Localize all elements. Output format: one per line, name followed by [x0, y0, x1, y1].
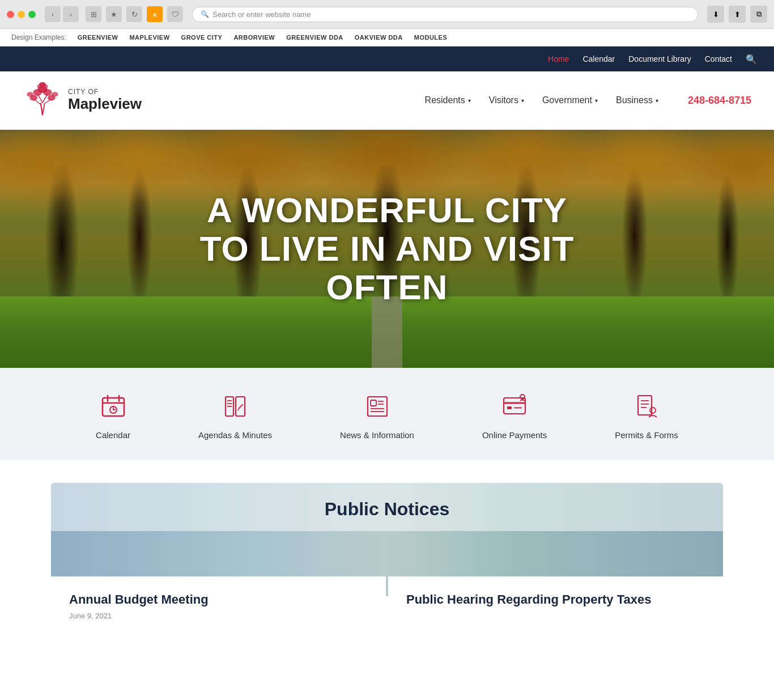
svg-line-23: [238, 408, 239, 410]
design-link-oakview-dda[interactable]: OAKVIEW DDA: [355, 34, 403, 41]
quick-link-permits[interactable]: Permits & Forms: [581, 385, 712, 449]
sidebar-button[interactable]: ⊞: [86, 6, 101, 22]
nav-visitors[interactable]: Visitors ▾: [489, 95, 524, 105]
svg-rect-24: [368, 397, 387, 416]
svg-rect-35: [638, 396, 652, 415]
design-link-greenview-dda[interactable]: GREENVIEW DDA: [286, 34, 343, 41]
minimize-button[interactable]: [18, 11, 25, 18]
public-notice-card-1[interactable]: Public Hearing Regarding Property Taxes: [388, 576, 723, 638]
nav-visitors-chevron: ▾: [521, 97, 524, 104]
nav-business-label: Business: [616, 95, 653, 105]
design-link-arborview[interactable]: ARBORVIEW: [233, 34, 275, 41]
back-button[interactable]: ‹: [45, 6, 61, 22]
nav-residents-chevron: ▾: [468, 97, 471, 104]
refresh-button[interactable]: ↻: [126, 6, 142, 22]
payments-icon: [499, 391, 530, 422]
shield-button[interactable]: 🛡: [167, 6, 183, 22]
logo-icon: [23, 80, 62, 120]
svg-point-6: [52, 92, 58, 96]
design-bar: Design Examples: GREENVIEW MAPLEVIEW GRO…: [0, 29, 774, 46]
quick-link-agendas[interactable]: Agendas & Minutes: [164, 385, 306, 449]
quick-link-payments[interactable]: Online Payments: [448, 385, 581, 449]
design-link-modules[interactable]: MODULES: [414, 34, 448, 41]
bookmark-button[interactable]: ★: [106, 6, 122, 22]
top-nav: Home Calendar Document Library Contact 🔍: [0, 46, 774, 71]
quick-link-news[interactable]: News & Information: [306, 385, 448, 449]
nav-residents[interactable]: Residents ▾: [425, 95, 471, 105]
news-icon: [362, 391, 393, 422]
nav-residents-label: Residents: [425, 95, 465, 105]
nav-business-chevron: ▾: [656, 97, 658, 104]
top-nav-home[interactable]: Home: [548, 54, 569, 63]
design-link-mapleview[interactable]: MAPLEVIEW: [129, 34, 169, 41]
hero-text: A WONDERFUL CITY TO LIVE IN AND VISIT OF…: [194, 191, 581, 307]
share-button[interactable]: ⬆: [729, 6, 746, 23]
address-bar[interactable]: 🔍 Search or enter website name: [192, 7, 698, 22]
svg-point-5: [27, 92, 33, 96]
public-notices-title: Public Notices: [62, 499, 712, 520]
svg-point-9: [40, 83, 46, 87]
quick-link-calendar[interactable]: Calendar: [62, 385, 164, 449]
nav-visitors-label: Visitors: [489, 95, 518, 105]
quick-link-agendas-label: Agendas & Minutes: [198, 430, 272, 440]
logo-text: CITY OF Mapleview: [68, 88, 142, 112]
quick-links-section: Calendar Agendas & Minutes: [0, 368, 774, 460]
amazon-button[interactable]: a: [147, 6, 163, 22]
public-notices-section: Public Notices Annual Budget Meeting Jun…: [0, 483, 774, 664]
top-nav-contact[interactable]: Contact: [705, 54, 732, 63]
svg-point-39: [650, 408, 656, 413]
public-notice-date-0: June 9, 2021: [69, 612, 368, 620]
public-notice-card-0[interactable]: Annual Budget Meeting June 9, 2021: [51, 576, 386, 638]
top-nav-document-library[interactable]: Document Library: [628, 54, 691, 63]
nav-government-label: Government: [542, 95, 592, 105]
main-header: CITY OF Mapleview Residents ▾ Visitors ▾…: [0, 71, 774, 130]
search-icon-top[interactable]: 🔍: [746, 54, 757, 65]
windows-button[interactable]: ⧉: [750, 6, 767, 23]
svg-rect-32: [507, 406, 512, 409]
design-link-greenview[interactable]: GREENVIEW: [78, 34, 118, 41]
permits-icon: [631, 391, 662, 422]
quick-link-news-label: News & Information: [340, 430, 414, 440]
browser-chrome: ‹ › ⊞ ★ ↻ a 🛡 🔍 Search or enter website …: [0, 0, 774, 29]
public-notices-cards: Annual Budget Meeting June 9, 2021 Publi…: [51, 576, 723, 638]
logo-name-label: Mapleview: [68, 96, 142, 112]
quick-link-payments-label: Online Payments: [482, 430, 547, 440]
forward-button[interactable]: ›: [63, 6, 79, 22]
public-notice-title-1: Public Hearing Regarding Property Taxes: [406, 592, 705, 607]
svg-rect-25: [371, 400, 376, 406]
nav-buttons: ‹ ›: [45, 6, 79, 22]
nav-government[interactable]: Government ▾: [542, 95, 598, 105]
public-notice-title-0: Annual Budget Meeting: [69, 592, 368, 607]
logo[interactable]: CITY OF Mapleview: [23, 80, 142, 120]
public-notices-content: Public Notices Annual Budget Meeting Jun…: [51, 483, 723, 638]
top-nav-calendar[interactable]: Calendar: [582, 54, 615, 63]
traffic-lights: [7, 11, 36, 18]
svg-line-22: [239, 405, 243, 408]
download-button[interactable]: ⬇: [707, 6, 724, 23]
search-icon: 🔍: [201, 10, 209, 18]
nav-government-chevron: ▾: [595, 97, 598, 104]
quick-link-calendar-label: Calendar: [96, 430, 130, 440]
hero-section: A WONDERFUL CITY TO LIVE IN AND VISIT OF…: [0, 130, 774, 368]
nav-business[interactable]: Business ▾: [616, 95, 658, 105]
hero-headline: A WONDERFUL CITY TO LIVE IN AND VISIT OF…: [194, 191, 581, 307]
public-notices-title-bar: Public Notices: [51, 483, 723, 531]
design-link-grove-city[interactable]: GROVE CITY: [181, 34, 223, 41]
address-text: Search or enter website name: [212, 10, 311, 19]
agendas-icon: [219, 391, 251, 422]
quick-link-permits-label: Permits & Forms: [615, 430, 678, 440]
calendar-icon: [97, 391, 129, 422]
main-navigation: Residents ▾ Visitors ▾ Government ▾ Busi…: [425, 95, 751, 107]
fullscreen-button[interactable]: [28, 11, 36, 18]
phone-number: 248-684-8715: [688, 95, 751, 107]
design-bar-label: Design Examples:: [11, 33, 66, 41]
public-notices-container: Public Notices Annual Budget Meeting Jun…: [51, 483, 723, 664]
svg-point-3: [44, 90, 52, 96]
close-button[interactable]: [7, 11, 14, 18]
